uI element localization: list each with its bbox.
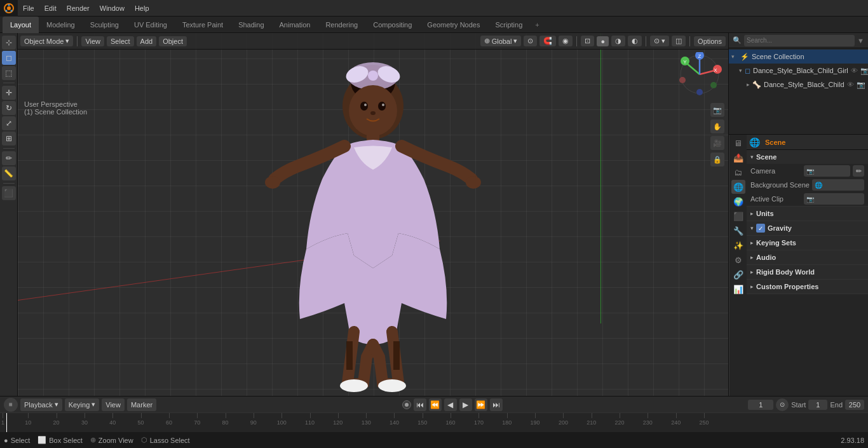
object-mode-selector[interactable]: Object Mode ▾	[20, 36, 73, 46]
props-tab-constraints[interactable]: 🔗	[731, 268, 745, 282]
shading-wire[interactable]: ⊡	[581, 36, 594, 46]
props-tab-data[interactable]: 📊	[731, 282, 745, 296]
tab-shading[interactable]: Shading	[231, 17, 271, 33]
play-btn[interactable]: ▶	[459, 398, 472, 411]
current-frame-input[interactable]: 1	[748, 400, 773, 410]
outliner-item-dance-child[interactable]: ▸ 🦴 Dance_Style_Black_Child 👁 📷 ◯	[729, 78, 868, 92]
timeline-frames-row[interactable]: 1102030405060708090100110120130140150160…	[0, 413, 868, 432]
playback-menu[interactable]: Playback ▾	[20, 398, 62, 411]
props-tab-physics[interactable]: ⚙	[731, 253, 745, 267]
tab-modeling[interactable]: Modeling	[39, 17, 83, 33]
props-tab-scene[interactable]: 🌐	[731, 180, 745, 194]
pivot-btn[interactable]: ⊙	[524, 36, 537, 46]
menu-file[interactable]: File	[18, 0, 39, 17]
lock-camera-btn[interactable]: 🔒	[710, 153, 724, 166]
props-tab-render[interactable]: 🖥	[731, 136, 745, 150]
add-cube-tool[interactable]: ⬛	[2, 186, 16, 200]
record-btn[interactable]	[402, 400, 411, 409]
props-tab-output[interactable]: 📤	[731, 151, 745, 165]
background-scene-value[interactable]: 🌐	[812, 179, 864, 191]
step-back-btn[interactable]: ⏪	[429, 398, 442, 411]
tab-texture-paint[interactable]: Texture Paint	[175, 17, 231, 33]
jump-start-btn[interactable]: ⏮	[414, 398, 426, 411]
keying-sets-header[interactable]: ▸ Keying Sets	[747, 236, 868, 250]
tab-rendering[interactable]: Rendering	[318, 17, 365, 33]
viewport-view-menu[interactable]: View	[81, 36, 104, 46]
units-section-header[interactable]: ▸ Units	[747, 207, 868, 221]
viewport-object-menu[interactable]: Object	[159, 36, 187, 46]
props-tab-particles[interactable]: ✨	[731, 238, 745, 252]
shading-material[interactable]: ◑	[611, 36, 625, 46]
frame-tick-120	[338, 413, 339, 418]
eye-icon-2[interactable]: 👁	[847, 81, 854, 88]
tab-add-button[interactable]: +	[530, 21, 544, 29]
cursor-tool[interactable]: ⊹	[2, 36, 16, 50]
viewport-add-menu[interactable]: Add	[137, 36, 157, 46]
tab-compositing[interactable]: Compositing	[365, 17, 419, 33]
tab-geometry-nodes[interactable]: Geometry Nodes	[419, 17, 487, 33]
gravity-section-header[interactable]: ▾ ✓ Gravity	[747, 221, 868, 235]
xray-toggle[interactable]: ◫	[672, 36, 686, 46]
scene-section-header[interactable]: ▾ Scene	[747, 150, 868, 164]
select-box-tool[interactable]: ⬚	[2, 66, 16, 80]
scale-tool[interactable]: ⤢	[2, 116, 16, 130]
menu-help[interactable]: Help	[130, 0, 154, 17]
fps-btn[interactable]: ⊙	[776, 398, 789, 411]
menu-edit[interactable]: Edit	[39, 0, 62, 17]
viewport-gizmo[interactable]: X Y Z	[677, 52, 722, 97]
tab-scripting[interactable]: Scripting	[487, 17, 530, 33]
annotate-tool[interactable]: ✏	[2, 151, 16, 165]
viewport-3d[interactable]: Object Mode ▾ View Select Add Object ⊕ G…	[18, 33, 728, 396]
active-clip-value[interactable]: 📷	[804, 193, 864, 205]
tab-sculpting[interactable]: Sculpting	[83, 17, 126, 33]
tab-layout[interactable]: Layout	[3, 17, 39, 33]
camera-edit-btn[interactable]: ✏	[853, 165, 864, 177]
camera-view-btn[interactable]: 📷	[710, 103, 724, 117]
snap-btn[interactable]: 🧲	[539, 36, 556, 46]
props-tab-world[interactable]: 🌍	[731, 194, 745, 208]
gravity-checkbox[interactable]: ✓	[756, 224, 765, 233]
play-reverse-btn[interactable]: ◀	[444, 398, 457, 411]
transform-tool[interactable]: ⊞	[2, 132, 16, 146]
select-tool[interactable]: ◻	[2, 51, 16, 65]
options-menu[interactable]: Options	[694, 36, 726, 46]
shading-solid[interactable]: ●	[597, 36, 609, 46]
eye-icon[interactable]: 👁	[851, 67, 858, 74]
measure-tool[interactable]: 📏	[2, 166, 16, 180]
props-tab-view-layer[interactable]: 🗂	[731, 165, 745, 179]
rigid-body-header[interactable]: ▸ Rigid Body World	[747, 265, 868, 279]
tab-uv-editing[interactable]: UV Editing	[126, 17, 175, 33]
viewport-select-menu[interactable]: Select	[107, 36, 134, 46]
outliner-item-dance-girl[interactable]: ▾ ◻ Dance_Style_Black_Child_Girl 👁 📷 ◯	[729, 64, 868, 78]
shading-render[interactable]: ◐	[628, 36, 642, 46]
outliner-scene-collection[interactable]: ▾ ⚡ Scene Collection	[729, 50, 868, 64]
move-tool[interactable]: ✛	[2, 86, 16, 100]
outliner-filter-icon[interactable]: ▼	[857, 37, 864, 44]
step-forward-btn[interactable]: ⏩	[475, 398, 487, 411]
camera-btn2[interactable]: 🎥	[710, 136, 724, 150]
menu-window[interactable]: Window	[95, 0, 130, 17]
overlay-toggle[interactable]: ⊙ ▾	[650, 36, 669, 46]
camera-value[interactable]: 📷	[804, 165, 850, 177]
transform-global[interactable]: ⊕ Global ▾	[480, 36, 522, 46]
outliner-search-input[interactable]	[744, 35, 855, 46]
menu-render[interactable]: Render	[62, 0, 95, 17]
start-frame-input[interactable]: 1	[808, 400, 827, 410]
audio-header[interactable]: ▸ Audio	[747, 250, 868, 264]
hand-pan-btn[interactable]: ✋	[710, 119, 724, 133]
render-icon-2[interactable]: 📷	[857, 81, 865, 89]
frame-label-60: 60	[166, 419, 172, 426]
keying-menu[interactable]: Keying ▾	[65, 398, 100, 411]
props-tab-object[interactable]: ⬛	[731, 209, 745, 223]
proportional-btn[interactable]: ◉	[559, 36, 573, 46]
custom-props-header[interactable]: ▸ Custom Properties	[747, 280, 868, 294]
props-tab-modifier[interactable]: 🔧	[731, 224, 745, 238]
render-icon[interactable]: 📷	[860, 67, 868, 75]
rotate-tool[interactable]: ↻	[2, 101, 16, 115]
tab-animation[interactable]: Animation	[272, 17, 318, 33]
timeline-menu-btn[interactable]: ≡	[4, 398, 18, 412]
jump-end-btn[interactable]: ⏭	[490, 398, 503, 411]
view-menu[interactable]: View	[102, 398, 125, 411]
end-frame-input[interactable]: 250	[845, 400, 864, 410]
marker-menu[interactable]: Marker	[127, 398, 156, 411]
